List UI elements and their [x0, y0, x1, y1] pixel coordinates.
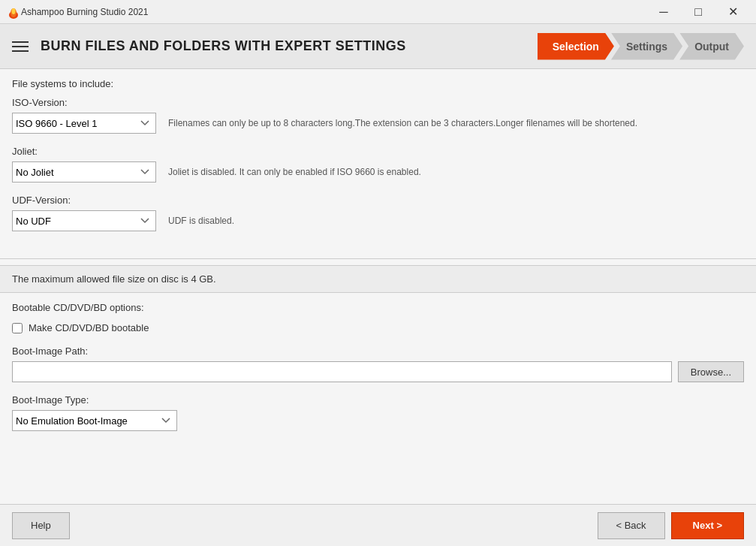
- svg-point-2: [12, 8, 16, 14]
- joliet-select[interactable]: No Joliet Joliet: [12, 161, 156, 183]
- wizard-steps: Selection Settings Output: [538, 24, 744, 68]
- section-divider: [0, 258, 756, 259]
- joliet-hint: Joliet is disabled. It can only be enabl…: [168, 167, 421, 177]
- boot-image-path-label: Boot-Image Path:: [12, 345, 744, 357]
- app-title: Ashampoo Burning Studio 2021: [21, 7, 646, 17]
- iso-version-label: ISO-Version:: [12, 97, 744, 108]
- make-bootable-label: Make CD/DVD/BD bootable: [29, 322, 149, 333]
- help-button[interactable]: Help: [12, 512, 70, 539]
- make-bootable-checkbox[interactable]: [12, 323, 23, 333]
- wizard-step-output[interactable]: Output: [679, 33, 744, 60]
- bootable-section: Bootable CD/DVD/BD options: Make CD/DVD/…: [0, 293, 756, 452]
- info-bar: The maximum allowed file size on disc is…: [0, 265, 756, 293]
- footer-right: < Back Next >: [598, 512, 745, 539]
- udf-version-hint: UDF is disabled.: [168, 216, 234, 226]
- udf-version-select[interactable]: No UDF UDF 1.02 UDF 1.5 UDF 2.0 UDF 2.01…: [12, 210, 156, 231]
- wizard-step-selection[interactable]: Selection: [538, 33, 614, 60]
- joliet-label: Joliet:: [12, 146, 744, 157]
- footer-left: Help: [12, 512, 70, 539]
- make-bootable-row: Make CD/DVD/BD bootable: [12, 322, 744, 333]
- footer: Help < Back Next >: [0, 504, 756, 546]
- file-systems-section: File systems to include: ISO-Version: IS…: [0, 69, 756, 252]
- iso-version-group: ISO-Version: ISO 9660 - Level 1 ISO 9660…: [12, 97, 744, 134]
- boot-image-path-group: Boot-Image Path: Browse...: [12, 345, 744, 382]
- wizard-step-settings[interactable]: Settings: [611, 33, 682, 60]
- file-systems-label: File systems to include:: [12, 78, 744, 89]
- udf-version-row: No UDF UDF 1.02 UDF 1.5 UDF 2.0 UDF 2.01…: [12, 210, 744, 231]
- joliet-row: No Joliet Joliet Joliet is disabled. It …: [12, 161, 744, 183]
- window-controls: ─ □ ✕: [646, 0, 750, 24]
- titlebar: Ashampoo Burning Studio 2021 ─ □ ✕: [0, 0, 756, 24]
- joliet-group: Joliet: No Joliet Joliet Joliet is disab…: [12, 146, 744, 183]
- close-button[interactable]: ✕: [715, 0, 750, 24]
- next-button[interactable]: Next >: [671, 512, 744, 539]
- info-bar-text: The maximum allowed file size on disc is…: [12, 273, 216, 285]
- udf-version-label: UDF-Version:: [12, 195, 744, 206]
- bootable-section-label: Bootable CD/DVD/BD options:: [12, 302, 744, 313]
- iso-version-hint: Filenames can only be up to 8 characters…: [168, 118, 637, 128]
- iso-version-select[interactable]: ISO 9660 - Level 1 ISO 9660 - Level 2 IS…: [12, 113, 156, 134]
- udf-version-group: UDF-Version: No UDF UDF 1.02 UDF 1.5 UDF…: [12, 195, 744, 231]
- app-icon: [6, 5, 21, 20]
- page-title: BURN FILES AND FOLDERS WITH EXPERT SETTI…: [41, 38, 538, 54]
- iso-version-row: ISO 9660 - Level 1 ISO 9660 - Level 2 IS…: [12, 113, 744, 134]
- back-button[interactable]: < Back: [598, 512, 665, 539]
- header: BURN FILES AND FOLDERS WITH EXPERT SETTI…: [0, 24, 756, 69]
- minimize-button[interactable]: ─: [646, 0, 681, 24]
- boot-image-path-input[interactable]: [12, 361, 672, 382]
- boot-image-type-label: Boot-Image Type:: [12, 394, 744, 406]
- maximize-button[interactable]: □: [681, 0, 715, 24]
- boot-image-type-group: Boot-Image Type: No Emulation Boot-Image…: [12, 394, 744, 431]
- browse-button[interactable]: Browse...: [678, 361, 744, 382]
- main-content: File systems to include: ISO-Version: IS…: [0, 69, 756, 504]
- boot-image-path-row: Browse...: [12, 361, 744, 382]
- menu-icon[interactable]: [12, 41, 29, 52]
- boot-image-type-select[interactable]: No Emulation Boot-Image 1.2 MB Floppy Em…: [12, 410, 177, 431]
